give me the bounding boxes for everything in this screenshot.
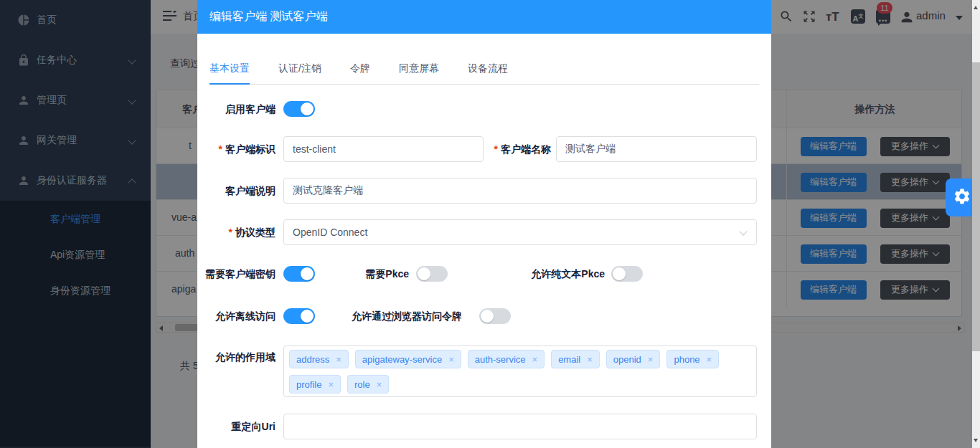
- tab-device-flow[interactable]: 设备流程: [468, 61, 508, 75]
- tag-remove-icon[interactable]: ×: [336, 354, 341, 365]
- scope-tag: auth-service×: [468, 350, 545, 368]
- allow-browser-token-toggle[interactable]: [479, 308, 511, 324]
- protocol-type-select[interactable]: OpenID Connect: [283, 219, 757, 245]
- tag-remove-icon[interactable]: ×: [587, 354, 593, 365]
- selected-value: OpenID Connect: [293, 227, 367, 238]
- field-label: 允许纯文本Pkce: [499, 266, 605, 282]
- tag-remove-icon[interactable]: ×: [707, 354, 712, 365]
- allowed-scopes-box[interactable]: address× apigateway-service× auth-servic…: [283, 345, 757, 397]
- tag-remove-icon[interactable]: ×: [648, 354, 654, 365]
- field-label: 客户端说明: [197, 178, 275, 204]
- field-label: 重定向Uri: [197, 414, 275, 439]
- chevron-down-icon: [739, 227, 747, 235]
- require-secret-toggle[interactable]: [283, 266, 315, 282]
- client-name-input[interactable]: [556, 136, 757, 162]
- scope-tag: apigateway-service×: [355, 350, 461, 368]
- scope-tag: profile×: [289, 375, 341, 394]
- dialog-tabs: 基本设置 认证/注销 令牌 同意屏幕 设备流程: [209, 61, 759, 85]
- enable-client-toggle[interactable]: [283, 101, 315, 117]
- tag-remove-icon[interactable]: ×: [532, 354, 538, 365]
- dialog-title: 编辑客户端 测试客户端: [209, 9, 327, 24]
- field-label: 允许离线访问: [197, 308, 275, 324]
- tab-consent-screen[interactable]: 同意屏幕: [399, 61, 439, 75]
- client-description-input[interactable]: [283, 178, 757, 204]
- tab-basic-settings[interactable]: 基本设置: [209, 61, 250, 75]
- field-label: 需要客户端密钥: [197, 266, 275, 282]
- scope-tag: phone×: [666, 350, 719, 368]
- dialog-header: 编辑客户端 测试客户端: [197, 0, 771, 34]
- field-label: 客户端标识: [197, 136, 275, 162]
- scope-tag: address×: [289, 350, 349, 368]
- client-id-input[interactable]: [283, 136, 484, 162]
- field-label: 允许通过浏览器访问令牌: [352, 308, 479, 324]
- tag-remove-icon[interactable]: ×: [328, 379, 334, 390]
- field-label: 协议类型: [197, 219, 275, 245]
- allow-plain-pkce-toggle[interactable]: [611, 266, 643, 282]
- scroll-down-icon[interactable]: [974, 439, 978, 442]
- tag-remove-icon[interactable]: ×: [448, 354, 454, 365]
- tab-token[interactable]: 令牌: [350, 61, 370, 75]
- scroll-up-icon[interactable]: [974, 6, 978, 9]
- tag-remove-icon[interactable]: ×: [377, 379, 382, 390]
- field-label: 启用客户端: [197, 101, 275, 117]
- tab-auth-logout[interactable]: 认证/注销: [278, 61, 321, 75]
- field-label: 客户端名称: [473, 136, 551, 162]
- vertical-scrollbar[interactable]: [972, 0, 980, 448]
- redirect-uri-input[interactable]: [283, 414, 757, 439]
- scope-tag: role×: [347, 375, 389, 394]
- edit-client-dialog: 编辑客户端 测试客户端 基本设置 认证/注销 令牌 同意屏幕 设备流程 启用客户…: [197, 0, 771, 448]
- gear-icon: [953, 187, 971, 208]
- require-pkce-toggle[interactable]: [416, 266, 448, 282]
- field-label: 允许的作用域: [197, 349, 275, 365]
- field-label: 需要Pkce: [334, 266, 409, 282]
- scope-tag: email×: [551, 350, 600, 368]
- scrollbar-thumb[interactable]: [972, 62, 980, 351]
- scope-tag: openid×: [606, 350, 661, 368]
- allow-offline-toggle[interactable]: [283, 308, 315, 324]
